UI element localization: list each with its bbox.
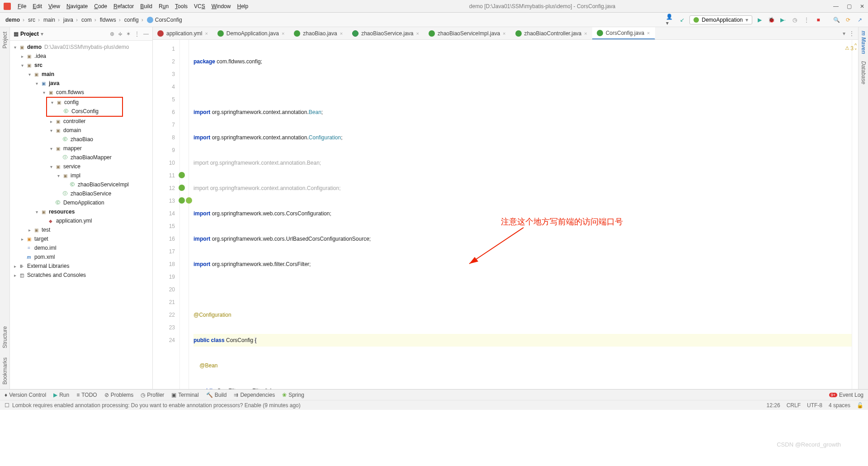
- close-icon[interactable]: ×: [340, 31, 343, 36]
- tab-dropdown-icon[interactable]: ▾: [843, 30, 845, 37]
- menu-code[interactable]: Code: [91, 3, 110, 10]
- tree-target[interactable]: ▸▣target: [10, 234, 152, 243]
- tree-root[interactable]: ▾▣demoD:\Java01\SSM\mybatis-plus\demo: [10, 43, 152, 52]
- menu-edit[interactable]: Edit: [29, 3, 45, 10]
- fold-gutter[interactable]: [180, 40, 189, 389]
- tab-demoapplication[interactable]: DemoApplication.java×: [213, 27, 290, 39]
- status-tips-icon[interactable]: ☐: [5, 402, 9, 409]
- crumb-config[interactable]: config: [123, 17, 145, 23]
- gutter-bean-icon[interactable]: [179, 197, 185, 204]
- settings-icon[interactable]: ⋮: [134, 31, 140, 37]
- tree-scratch[interactable]: ▸◫Scratches and Consoles: [10, 271, 152, 280]
- close-icon[interactable]: ×: [584, 31, 587, 36]
- crumb-src[interactable]: src: [26, 17, 42, 23]
- menu-window[interactable]: Window: [208, 3, 234, 10]
- gutter-bean-icon[interactable]: [179, 185, 185, 191]
- tree-idea[interactable]: ▸▣.idea: [10, 52, 152, 61]
- run-config-combo[interactable]: DemoApplication▾: [689, 15, 752, 24]
- gutter-bean-icon[interactable]: [179, 172, 185, 178]
- close-icon[interactable]: ×: [205, 31, 208, 36]
- project-title[interactable]: Project: [20, 31, 39, 37]
- status-lock-icon[interactable]: 🔓: [857, 402, 863, 409]
- tw-run[interactable]: ▶Run: [53, 392, 69, 398]
- crumb-file[interactable]: CorsConfig: [145, 17, 184, 23]
- coverage-button[interactable]: ▶·: [778, 15, 788, 24]
- crumb-fldwws[interactable]: fldwws: [98, 17, 123, 23]
- tree-pom[interactable]: mpom.xml: [10, 252, 152, 262]
- code-content[interactable]: package com.fldwws.config; import org.sp…: [189, 40, 852, 389]
- tree-config[interactable]: ▾▣config: [47, 98, 122, 107]
- tree-corsconfig[interactable]: ⒸCorsConfig: [47, 107, 122, 116]
- tree-domain[interactable]: ▾▣domain: [10, 126, 152, 135]
- tw-dependencies[interactable]: ⇉Dependencies: [234, 392, 275, 398]
- status-message[interactable]: Lombok requires enabled annotation proce…: [12, 402, 301, 409]
- tree-zhaobiaoservice[interactable]: ⒾzhaoBiaoService: [10, 189, 152, 198]
- tree-zhaobiaomapper[interactable]: ⒾzhaoBiaoMapper: [10, 153, 152, 162]
- tab-zhaobiaoserviceimpl[interactable]: zhaoBiaoServiceImpl.java×: [424, 27, 511, 39]
- debug-button[interactable]: 🐞: [767, 15, 776, 24]
- error-stripe[interactable]: ⚠3 ^ ˅: [852, 40, 858, 389]
- tree-pkg[interactable]: ▾▣com.fldwws: [10, 88, 152, 97]
- menu-vcs[interactable]: VCS: [191, 3, 208, 10]
- search-everywhere-button[interactable]: 🔍: [832, 15, 841, 24]
- tab-more-icon[interactable]: ⋮: [849, 30, 854, 37]
- menu-build[interactable]: Build: [137, 3, 156, 10]
- crumb-main[interactable]: main: [42, 17, 61, 23]
- close-icon[interactable]: ×: [416, 31, 419, 36]
- tree-mapper[interactable]: ▾▣mapper: [10, 144, 152, 153]
- tree-appyml[interactable]: ◆application.yml: [10, 216, 152, 225]
- stripe-maven[interactable]: m Maven: [860, 27, 867, 57]
- tw-version-control[interactable]: ♦Version Control: [5, 392, 46, 398]
- warning-indicator[interactable]: ⚠3 ^ ˅: [845, 43, 857, 54]
- tab-zhaobiao[interactable]: zhaoBiao.java×: [289, 27, 348, 39]
- maximize-button[interactable]: ▢: [847, 3, 852, 10]
- tree-controller[interactable]: ▸▣controller: [10, 117, 152, 126]
- tree-test[interactable]: ▸▣test: [10, 225, 152, 234]
- tree-demoapp[interactable]: ⒸDemoApplication: [10, 198, 152, 207]
- profile-button[interactable]: ◷: [790, 15, 799, 24]
- stripe-bookmarks[interactable]: Bookmarks: [2, 353, 8, 389]
- tw-todo[interactable]: ≡TODO: [76, 392, 97, 398]
- stop-button[interactable]: ■: [814, 15, 823, 24]
- crumb-com[interactable]: com: [80, 17, 98, 23]
- collapse-all-icon[interactable]: ✶: [126, 31, 131, 37]
- tw-build[interactable]: 🔨Build: [206, 392, 227, 398]
- tw-profiler[interactable]: ◷Profiler: [141, 392, 164, 398]
- menu-tools[interactable]: Tools: [172, 3, 191, 10]
- run-button[interactable]: ▶: [755, 15, 764, 24]
- code-editor[interactable]: 12345 678910 11 12 13 1415161718 1920212…: [153, 40, 858, 389]
- tree-serviceimpl[interactable]: ⒸzhaoBiaoServiceImpl: [10, 180, 152, 189]
- tree-extlib[interactable]: ▸⊪External Libraries: [10, 262, 152, 271]
- tab-zhaobiaocontroller[interactable]: zhaoBiaoController.java×: [511, 27, 592, 39]
- close-button[interactable]: ✕: [860, 3, 864, 10]
- tab-zhaobiaoservice[interactable]: zhaoBiaoService.java×: [348, 27, 424, 39]
- menu-refactor[interactable]: Refactor: [110, 3, 137, 10]
- menu-file[interactable]: File: [14, 3, 29, 10]
- tree-demoiml[interactable]: ⌗demo.iml: [10, 243, 152, 252]
- close-icon[interactable]: ×: [503, 31, 505, 36]
- close-icon[interactable]: ×: [282, 31, 284, 36]
- update-button[interactable]: ⟳: [844, 15, 853, 24]
- menu-help[interactable]: Help: [234, 3, 251, 10]
- tree-java[interactable]: ▾▣java: [10, 79, 152, 88]
- tw-event-log[interactable]: 9+Event Log: [829, 392, 863, 398]
- tree-main[interactable]: ▾▣main: [10, 70, 152, 79]
- settings-button[interactable]: ↗: [855, 15, 864, 24]
- minimize-button[interactable]: —: [833, 3, 839, 10]
- tree-impl[interactable]: ▾▣impl: [10, 171, 152, 180]
- select-opened-file-icon[interactable]: ⊕: [110, 31, 114, 37]
- tree-resources[interactable]: ▾▣resources: [10, 207, 152, 216]
- tw-spring[interactable]: ❀Spring: [282, 392, 304, 398]
- close-icon[interactable]: ×: [647, 30, 650, 36]
- menu-view[interactable]: View: [45, 3, 63, 10]
- stripe-structure[interactable]: Structure: [2, 322, 8, 353]
- status-line-sep[interactable]: CRLF: [787, 402, 801, 409]
- crumb-demo[interactable]: demo: [4, 17, 26, 23]
- status-position[interactable]: 12:26: [767, 402, 780, 409]
- crumb-java[interactable]: java: [61, 17, 80, 23]
- menu-navigate[interactable]: Navigate: [63, 3, 91, 10]
- attach-button[interactable]: ⋮: [802, 15, 811, 24]
- project-tree[interactable]: ▾▣demoD:\Java01\SSM\mybatis-plus\demo ▸▣…: [10, 41, 152, 389]
- status-indent[interactable]: 4 spaces: [829, 402, 850, 409]
- user-icon[interactable]: 👤▾: [666, 15, 675, 24]
